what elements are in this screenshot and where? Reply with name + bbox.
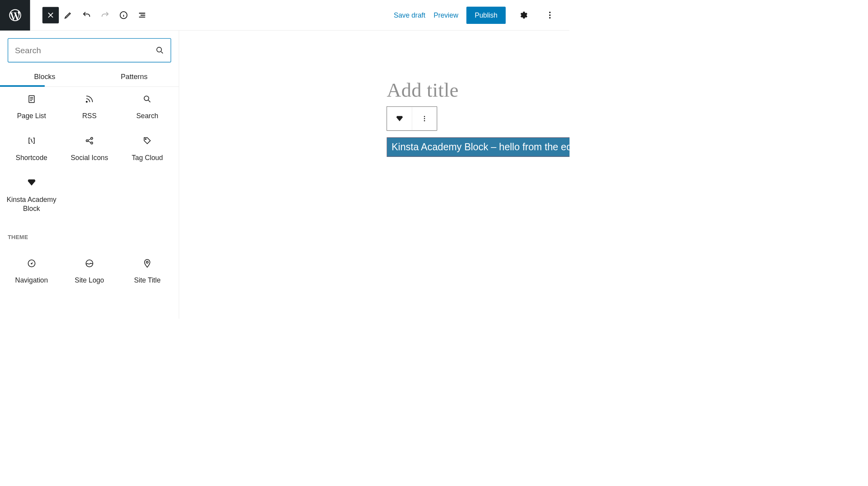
svg-point-10: [91, 142, 93, 144]
wordpress-logo-button[interactable]: [0, 0, 30, 31]
search-icon: [143, 94, 152, 104]
undo-button[interactable]: [77, 6, 96, 24]
svg-point-6: [86, 101, 87, 103]
block-item-label: Site Title: [134, 275, 161, 285]
map-pin-icon: [143, 259, 152, 268]
preview-button[interactable]: Preview: [434, 11, 458, 19]
redo-button[interactable]: [96, 6, 114, 24]
toolbar-right-group: Save draft Preview Publish: [394, 6, 569, 24]
list-view-icon: [137, 11, 147, 20]
svg-point-7: [144, 96, 149, 101]
page-list-icon: [27, 94, 36, 104]
blocks-list[interactable]: Page ListRSSSearchShortcodeSocial IconsT…: [0, 87, 179, 319]
search-icon: [156, 46, 164, 54]
document-info-button[interactable]: [114, 6, 133, 24]
more-vertical-icon: [421, 115, 428, 122]
main-layout: Blocks Patterns Page ListRSSSearchShortc…: [0, 31, 570, 319]
search-wrap: [0, 38, 179, 68]
block-item-label: Navigation: [15, 275, 48, 285]
block-item-site-title[interactable]: Site Title: [118, 251, 176, 293]
settings-button[interactable]: [514, 6, 532, 24]
block-inserter-panel: Blocks Patterns Page ListRSSSearchShortc…: [0, 31, 179, 319]
search-box[interactable]: [8, 38, 171, 63]
block-item-site-logo[interactable]: Site Logo: [60, 251, 118, 293]
toolbar-left-group: [30, 6, 152, 24]
block-item-label: RSS: [82, 112, 96, 121]
block-grid: NavigationSite LogoSite Title: [0, 251, 179, 293]
publish-button[interactable]: Publish: [467, 7, 506, 24]
wordpress-icon: [8, 8, 22, 22]
block-options-button[interactable]: [412, 107, 437, 130]
site-logo-icon: [85, 259, 94, 268]
block-toolbar: [387, 106, 437, 131]
tag-icon: [143, 136, 152, 146]
block-item-shortcode[interactable]: Shortcode: [3, 128, 61, 170]
block-item-social-icons[interactable]: Social Icons: [60, 128, 118, 170]
kinsta-academy-block-instance[interactable]: Kinsta Academy Block – hello from the ed…: [387, 137, 569, 157]
info-icon: [119, 11, 128, 20]
svg-point-8: [86, 140, 88, 142]
post-title-input[interactable]: Add title: [387, 78, 458, 101]
svg-point-2: [549, 14, 551, 16]
undo-icon: [82, 11, 91, 20]
block-type-button[interactable]: [387, 107, 412, 130]
block-item-page-list[interactable]: Page List: [3, 87, 61, 129]
editor-canvas[interactable]: Add title Kinsta Academy Block – hello f…: [179, 31, 569, 319]
svg-point-9: [91, 137, 93, 139]
close-inserter-button[interactable]: [42, 7, 59, 23]
list-view-button[interactable]: [133, 6, 151, 24]
svg-point-4: [157, 47, 161, 52]
block-item-search[interactable]: Search: [118, 87, 176, 129]
diamond-icon: [27, 178, 36, 187]
block-item-kinsta-academy[interactable]: Kinsta Academy Block: [3, 170, 61, 221]
svg-point-17: [424, 120, 425, 121]
block-item-label: Social Icons: [71, 153, 108, 162]
svg-point-16: [424, 118, 425, 119]
app-root: { "topbar": { "save_draft": "Save draft"…: [0, 0, 570, 319]
top-toolbar: Save draft Preview Publish: [0, 0, 570, 31]
svg-point-15: [424, 116, 425, 117]
block-grid: Page ListRSSSearchShortcodeSocial IconsT…: [0, 87, 179, 221]
diamond-icon: [396, 115, 403, 122]
options-button[interactable]: [541, 6, 559, 24]
tab-patterns[interactable]: Patterns: [89, 68, 179, 87]
save-draft-button[interactable]: Save draft: [394, 11, 425, 19]
block-item-navigation[interactable]: Navigation: [3, 251, 61, 293]
close-icon: [46, 11, 55, 20]
block-item-tag-cloud[interactable]: Tag Cloud: [118, 128, 176, 170]
block-item-label: Kinsta Academy Block: [5, 195, 58, 214]
redo-icon: [100, 11, 110, 20]
svg-point-11: [145, 139, 146, 140]
svg-point-3: [549, 17, 551, 19]
block-item-label: Page List: [17, 112, 46, 121]
svg-point-1: [549, 12, 551, 13]
inserter-tabs: Blocks Patterns: [0, 68, 179, 87]
gear-icon: [519, 11, 528, 20]
block-item-label: Site Logo: [75, 275, 104, 285]
search-input[interactable]: [15, 45, 156, 55]
svg-point-14: [146, 261, 148, 263]
tab-blocks[interactable]: Blocks: [0, 68, 89, 87]
block-item-label: Search: [136, 112, 158, 121]
block-category-label: THEME: [0, 221, 179, 251]
more-vertical-icon: [545, 11, 555, 20]
share-icon: [85, 136, 94, 146]
block-item-label: Tag Cloud: [132, 153, 163, 162]
shortcode-icon: [27, 136, 36, 146]
block-item-rss[interactable]: RSS: [60, 87, 118, 129]
tools-button[interactable]: [59, 6, 77, 24]
rss-icon: [85, 94, 94, 104]
block-item-label: Shortcode: [16, 153, 47, 162]
compass-icon: [27, 259, 36, 268]
pencil-icon: [63, 11, 73, 20]
